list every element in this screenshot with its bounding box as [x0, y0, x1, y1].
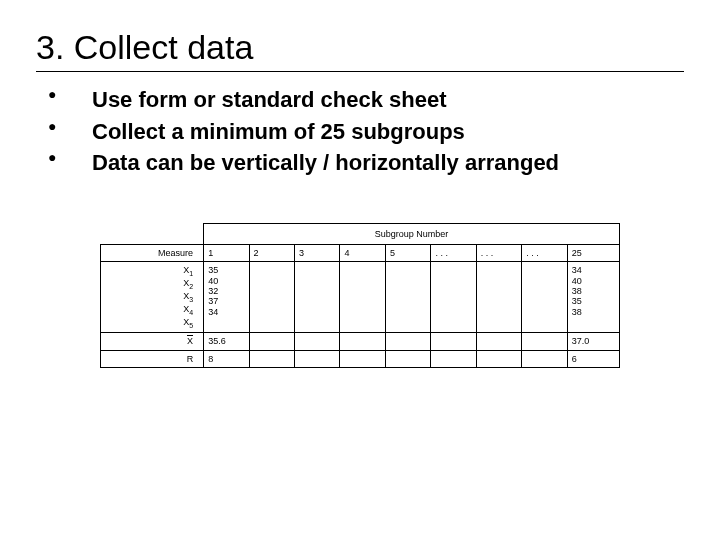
data-cell: 35 40 32 37 34 — [204, 262, 249, 333]
range-c1: 8 — [204, 350, 249, 367]
data-cell — [295, 262, 340, 333]
data-cell — [340, 262, 385, 333]
obs-labels: X1 X2 X3 X4 X5 — [101, 262, 204, 333]
col-header: 4 — [340, 244, 385, 261]
bullet-list: Use form or standard check sheet Collect… — [36, 84, 684, 179]
col-header: 5 — [385, 244, 430, 261]
data-table: Subgroup Number Measure 1 2 3 4 5 . . . … — [100, 223, 620, 369]
range-c25: 6 — [567, 350, 619, 367]
bullet-item: Collect a minimum of 25 subgroups — [40, 116, 684, 148]
col-header: 2 — [249, 244, 294, 261]
col-header: 1 — [204, 244, 249, 261]
data-cell — [476, 262, 521, 333]
subgroup-header: Subgroup Number — [204, 223, 620, 244]
col-header: . . . — [476, 244, 521, 261]
data-cell — [249, 262, 294, 333]
measure-header: Measure — [101, 244, 204, 261]
bullet-item: Use form or standard check sheet — [40, 84, 684, 116]
slide-title: 3. Collect data — [36, 28, 684, 72]
mean-c25: 37.0 — [567, 333, 619, 350]
data-cell — [385, 262, 430, 333]
mean-label: X — [101, 333, 204, 350]
mean-c1: 35.6 — [204, 333, 249, 350]
col-header: . . . — [431, 244, 476, 261]
range-label: R — [101, 350, 204, 367]
data-cell — [522, 262, 567, 333]
col-header: 3 — [295, 244, 340, 261]
data-cell: 34 40 38 35 38 — [567, 262, 619, 333]
col-header: 25 — [567, 244, 619, 261]
bullet-item: Data can be vertically / horizontally ar… — [40, 147, 684, 179]
data-cell — [431, 262, 476, 333]
col-header: . . . — [522, 244, 567, 261]
